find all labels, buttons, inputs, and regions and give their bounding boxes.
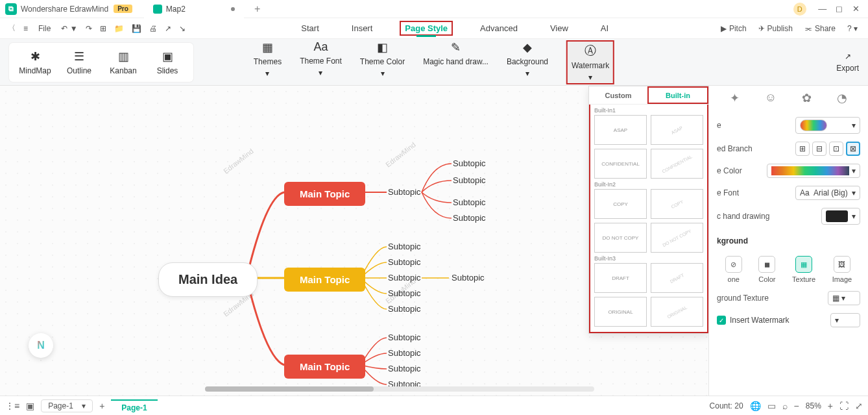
background-button[interactable]: ◆Background▾: [507, 40, 548, 84]
watermark-preset[interactable]: ORIGINAL: [651, 297, 703, 327]
avatar[interactable]: D: [793, 3, 806, 16]
export-button[interactable]: ↗Export: [836, 52, 859, 73]
subtopic-node[interactable]: Subtopic: [388, 304, 421, 314]
page-tab[interactable]: Page-1: [111, 399, 157, 412]
insert-watermark-checkbox[interactable]: ✓ Insert Watermark: [717, 316, 790, 325]
tab-insert[interactable]: Insert: [346, 21, 378, 36]
subtopic-node[interactable]: Subtopic: [388, 364, 421, 373]
watermark-preset[interactable]: ASAP: [594, 115, 647, 145]
fullscreen-icon[interactable]: ⛶: [839, 401, 849, 411]
add-page-button[interactable]: +: [99, 401, 104, 411]
bg-texture[interactable]: ▦Texture: [792, 256, 815, 283]
pitch-button[interactable]: ▶ Pitch: [721, 24, 747, 33]
topic-node[interactable]: Main Topic: [284, 355, 365, 379]
outline-toggle-icon[interactable]: ⋮≡: [5, 401, 19, 411]
subtopic-node[interactable]: Subtopic: [453, 158, 486, 168]
fit-icon[interactable]: ⤢: [855, 401, 863, 411]
subtopic-node[interactable]: Subtopic: [388, 273, 421, 283]
view-kanban[interactable]: ▥Kanban: [101, 47, 145, 78]
theme-color-button[interactable]: ◧Theme Color▾: [360, 40, 405, 84]
subtopic-node[interactable]: Subtopic: [388, 333, 421, 342]
save-button[interactable]: 💾: [128, 24, 145, 33]
central-node[interactable]: Main Idea: [158, 262, 258, 297]
watermark-tab-custom[interactable]: Custom: [589, 86, 647, 104]
theme-color-select[interactable]: ▾: [767, 164, 860, 178]
zoom-in-button[interactable]: +: [828, 401, 833, 411]
view-slides[interactable]: ▣Slides: [145, 47, 189, 78]
ai-fab[interactable]: N: [29, 333, 53, 358]
branch-style[interactable]: ⊟: [812, 142, 826, 156]
page-selector[interactable]: Page-1 ▾: [41, 399, 93, 412]
watermark-preset[interactable]: COPY: [594, 189, 647, 219]
layers-icon[interactable]: ▣: [26, 401, 34, 411]
watermark-preset[interactable]: CONFIDENTIAL: [594, 149, 647, 179]
share-button[interactable]: ⫘ Share: [804, 24, 836, 33]
theme-preset-select[interactable]: ▾: [795, 117, 860, 134]
maximize-button[interactable]: ◻: [832, 4, 846, 14]
print-button[interactable]: 🖨: [145, 24, 161, 33]
subtopic-node[interactable]: Subtopic: [388, 242, 421, 251]
open-button[interactable]: 📁: [110, 24, 128, 33]
watermark-preset[interactable]: ASAP: [651, 115, 703, 145]
close-button[interactable]: ✕: [849, 4, 863, 14]
horizontal-scrollbar[interactable]: [205, 386, 594, 392]
flower-icon[interactable]: ✿: [802, 91, 812, 105]
branch-style[interactable]: ⊞: [795, 142, 810, 156]
topic-node[interactable]: Main Topic: [284, 268, 365, 292]
smiley-icon[interactable]: ☺: [765, 91, 777, 105]
watermark-preset[interactable]: COPY: [651, 189, 703, 219]
watermark-preset[interactable]: DRAFT: [594, 263, 647, 293]
subtopic-node[interactable]: Subtopic: [388, 288, 421, 298]
topic-node[interactable]: Main Topic: [284, 182, 365, 206]
hand-draw-button[interactable]: ✎Magic hand draw...: [423, 40, 488, 84]
undo-button[interactable]: ↶ ▼: [57, 24, 81, 33]
export-button[interactable]: ↗: [161, 24, 175, 33]
sparkle-icon[interactable]: ✦: [730, 91, 740, 105]
watermark-tab-builtin[interactable]: Built-in: [647, 86, 708, 104]
canvas[interactable]: EdrawMind EdrawMind EdrawMind EdrawMind …: [0, 86, 708, 396]
publish-button[interactable]: ✈ Publish: [758, 24, 793, 33]
tab-view[interactable]: View: [545, 21, 573, 36]
minimize-button[interactable]: —: [815, 4, 830, 14]
file-menu[interactable]: File: [38, 24, 51, 33]
watermark-preset[interactable]: DO NOT COPY: [651, 223, 703, 253]
branch-style[interactable]: ⊡: [829, 142, 843, 156]
tab-page-style[interactable]: Page Style: [400, 21, 453, 36]
subtopic-node[interactable]: Subtopic: [453, 175, 486, 185]
themes-button[interactable]: ▦Themes▾: [254, 40, 282, 84]
globe-icon[interactable]: 🌐: [750, 401, 761, 411]
watermark-preset[interactable]: DO NOT COPY: [594, 223, 647, 253]
subtopic-node[interactable]: Subtopic: [453, 197, 486, 207]
watermark-button[interactable]: ⒶWatermark▾: [566, 40, 614, 84]
subtopic-node[interactable]: Subtopic: [388, 187, 421, 197]
watermark-preset[interactable]: DRAFT: [651, 263, 703, 293]
bg-image[interactable]: 🖼Image: [832, 256, 852, 283]
help-button[interactable]: ? ▾: [847, 24, 858, 33]
back-button[interactable]: 〈: [4, 23, 19, 34]
font-select[interactable]: Aa Arial (Big) ▾: [795, 186, 860, 200]
tab-ai[interactable]: AI: [596, 21, 614, 36]
add-tab-button[interactable]: +: [254, 3, 260, 15]
branch-style[interactable]: ⊠: [846, 142, 860, 156]
scrollbar-thumb[interactable]: [205, 386, 374, 392]
view-mindmap[interactable]: ✱MindMap: [13, 47, 57, 78]
presenter-icon[interactable]: ⌕: [782, 401, 788, 411]
bg-color[interactable]: ◼Color: [758, 256, 775, 283]
watermark-preset[interactable]: ORIGINAL: [594, 297, 647, 327]
subtopic-node[interactable]: Subtopic: [388, 348, 421, 358]
theme-font-button[interactable]: AaTheme Font▾: [300, 40, 342, 84]
thumbnail-icon[interactable]: ▭: [767, 401, 776, 411]
tab-start[interactable]: Start: [296, 21, 324, 36]
view-outline[interactable]: ☰Outline: [57, 47, 101, 78]
new-button[interactable]: ⊞: [96, 24, 110, 33]
clock-icon[interactable]: ◔: [837, 91, 847, 105]
redo-button[interactable]: ↷: [82, 24, 96, 33]
zoom-out-button[interactable]: −: [794, 401, 799, 411]
document-tab[interactable]: Map2: [144, 0, 244, 18]
bg-none[interactable]: ⊘one: [725, 256, 742, 283]
watermark-select[interactable]: ▾: [830, 313, 860, 327]
subtopic-node[interactable]: Subtopic: [453, 213, 486, 223]
subtopic-node[interactable]: Subtopic: [452, 273, 485, 283]
hand-color-select[interactable]: ▾: [821, 208, 860, 225]
import-button[interactable]: ↘: [175, 24, 189, 33]
